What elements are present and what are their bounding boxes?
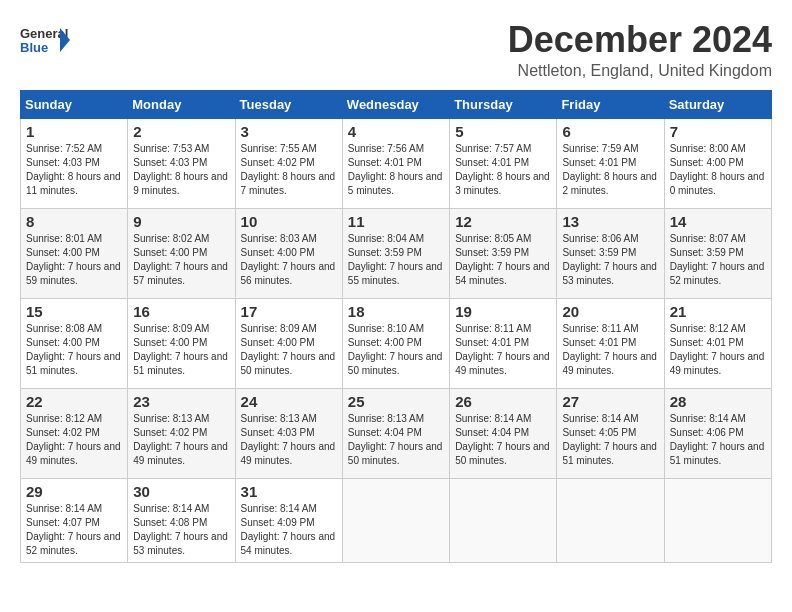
title-block: December 2024 Nettleton, England, United… <box>508 20 772 80</box>
calendar-cell: 16Sunrise: 8:09 AM Sunset: 4:00 PM Dayli… <box>128 298 235 388</box>
calendar-subtitle: Nettleton, England, United Kingdom <box>508 62 772 80</box>
calendar-cell: 30Sunrise: 8:14 AM Sunset: 4:08 PM Dayli… <box>128 478 235 562</box>
calendar-cell: 10Sunrise: 8:03 AM Sunset: 4:00 PM Dayli… <box>235 208 342 298</box>
day-number: 8 <box>26 213 122 230</box>
calendar-cell <box>450 478 557 562</box>
day-info: Sunrise: 8:13 AM Sunset: 4:02 PM Dayligh… <box>133 412 229 468</box>
weekday-header-sunday: Sunday <box>21 90 128 118</box>
calendar-cell: 3Sunrise: 7:55 AM Sunset: 4:02 PM Daylig… <box>235 118 342 208</box>
week-row-3: 15Sunrise: 8:08 AM Sunset: 4:00 PM Dayli… <box>21 298 772 388</box>
day-number: 9 <box>133 213 229 230</box>
weekday-header-thursday: Thursday <box>450 90 557 118</box>
calendar-cell: 26Sunrise: 8:14 AM Sunset: 4:04 PM Dayli… <box>450 388 557 478</box>
day-number: 7 <box>670 123 766 140</box>
calendar-cell: 29Sunrise: 8:14 AM Sunset: 4:07 PM Dayli… <box>21 478 128 562</box>
day-info: Sunrise: 8:14 AM Sunset: 4:09 PM Dayligh… <box>241 502 337 558</box>
calendar-cell: 4Sunrise: 7:56 AM Sunset: 4:01 PM Daylig… <box>342 118 449 208</box>
svg-text:Blue: Blue <box>20 40 48 55</box>
day-info: Sunrise: 8:14 AM Sunset: 4:08 PM Dayligh… <box>133 502 229 558</box>
day-number: 23 <box>133 393 229 410</box>
calendar-table: SundayMondayTuesdayWednesdayThursdayFrid… <box>20 90 772 563</box>
day-info: Sunrise: 8:14 AM Sunset: 4:07 PM Dayligh… <box>26 502 122 558</box>
weekday-header-tuesday: Tuesday <box>235 90 342 118</box>
day-info: Sunrise: 8:14 AM Sunset: 4:06 PM Dayligh… <box>670 412 766 468</box>
calendar-cell: 27Sunrise: 8:14 AM Sunset: 4:05 PM Dayli… <box>557 388 664 478</box>
day-info: Sunrise: 8:14 AM Sunset: 4:05 PM Dayligh… <box>562 412 658 468</box>
day-number: 3 <box>241 123 337 140</box>
calendar-cell: 2Sunrise: 7:53 AM Sunset: 4:03 PM Daylig… <box>128 118 235 208</box>
day-info: Sunrise: 8:01 AM Sunset: 4:00 PM Dayligh… <box>26 232 122 288</box>
day-info: Sunrise: 8:03 AM Sunset: 4:00 PM Dayligh… <box>241 232 337 288</box>
calendar-cell: 25Sunrise: 8:13 AM Sunset: 4:04 PM Dayli… <box>342 388 449 478</box>
calendar-cell: 5Sunrise: 7:57 AM Sunset: 4:01 PM Daylig… <box>450 118 557 208</box>
page-header: GeneralBlue December 2024 Nettleton, Eng… <box>20 20 772 80</box>
calendar-cell: 8Sunrise: 8:01 AM Sunset: 4:00 PM Daylig… <box>21 208 128 298</box>
day-number: 1 <box>26 123 122 140</box>
day-info: Sunrise: 8:10 AM Sunset: 4:00 PM Dayligh… <box>348 322 444 378</box>
day-number: 17 <box>241 303 337 320</box>
week-row-1: 1Sunrise: 7:52 AM Sunset: 4:03 PM Daylig… <box>21 118 772 208</box>
day-info: Sunrise: 8:09 AM Sunset: 4:00 PM Dayligh… <box>241 322 337 378</box>
day-number: 24 <box>241 393 337 410</box>
day-number: 18 <box>348 303 444 320</box>
day-info: Sunrise: 8:07 AM Sunset: 3:59 PM Dayligh… <box>670 232 766 288</box>
day-info: Sunrise: 7:55 AM Sunset: 4:02 PM Dayligh… <box>241 142 337 198</box>
calendar-cell: 13Sunrise: 8:06 AM Sunset: 3:59 PM Dayli… <box>557 208 664 298</box>
day-info: Sunrise: 8:02 AM Sunset: 4:00 PM Dayligh… <box>133 232 229 288</box>
logo: GeneralBlue <box>20 20 70 60</box>
calendar-cell: 23Sunrise: 8:13 AM Sunset: 4:02 PM Dayli… <box>128 388 235 478</box>
day-number: 14 <box>670 213 766 230</box>
calendar-cell: 7Sunrise: 8:00 AM Sunset: 4:00 PM Daylig… <box>664 118 771 208</box>
calendar-cell <box>342 478 449 562</box>
day-number: 16 <box>133 303 229 320</box>
calendar-cell: 9Sunrise: 8:02 AM Sunset: 4:00 PM Daylig… <box>128 208 235 298</box>
day-info: Sunrise: 7:56 AM Sunset: 4:01 PM Dayligh… <box>348 142 444 198</box>
day-number: 4 <box>348 123 444 140</box>
calendar-cell: 20Sunrise: 8:11 AM Sunset: 4:01 PM Dayli… <box>557 298 664 388</box>
calendar-cell: 15Sunrise: 8:08 AM Sunset: 4:00 PM Dayli… <box>21 298 128 388</box>
day-info: Sunrise: 8:12 AM Sunset: 4:02 PM Dayligh… <box>26 412 122 468</box>
day-info: Sunrise: 7:59 AM Sunset: 4:01 PM Dayligh… <box>562 142 658 198</box>
calendar-cell: 22Sunrise: 8:12 AM Sunset: 4:02 PM Dayli… <box>21 388 128 478</box>
logo-svg: GeneralBlue <box>20 20 70 60</box>
day-info: Sunrise: 8:04 AM Sunset: 3:59 PM Dayligh… <box>348 232 444 288</box>
day-number: 13 <box>562 213 658 230</box>
calendar-cell: 18Sunrise: 8:10 AM Sunset: 4:00 PM Dayli… <box>342 298 449 388</box>
calendar-cell: 31Sunrise: 8:14 AM Sunset: 4:09 PM Dayli… <box>235 478 342 562</box>
day-info: Sunrise: 8:05 AM Sunset: 3:59 PM Dayligh… <box>455 232 551 288</box>
calendar-cell: 11Sunrise: 8:04 AM Sunset: 3:59 PM Dayli… <box>342 208 449 298</box>
day-info: Sunrise: 8:13 AM Sunset: 4:04 PM Dayligh… <box>348 412 444 468</box>
day-number: 30 <box>133 483 229 500</box>
calendar-cell: 14Sunrise: 8:07 AM Sunset: 3:59 PM Dayli… <box>664 208 771 298</box>
day-number: 26 <box>455 393 551 410</box>
day-number: 21 <box>670 303 766 320</box>
day-number: 5 <box>455 123 551 140</box>
weekday-header-friday: Friday <box>557 90 664 118</box>
day-info: Sunrise: 8:11 AM Sunset: 4:01 PM Dayligh… <box>562 322 658 378</box>
weekday-header-monday: Monday <box>128 90 235 118</box>
day-info: Sunrise: 7:52 AM Sunset: 4:03 PM Dayligh… <box>26 142 122 198</box>
day-number: 6 <box>562 123 658 140</box>
day-number: 31 <box>241 483 337 500</box>
weekday-header-wednesday: Wednesday <box>342 90 449 118</box>
calendar-cell: 1Sunrise: 7:52 AM Sunset: 4:03 PM Daylig… <box>21 118 128 208</box>
calendar-cell: 28Sunrise: 8:14 AM Sunset: 4:06 PM Dayli… <box>664 388 771 478</box>
week-row-4: 22Sunrise: 8:12 AM Sunset: 4:02 PM Dayli… <box>21 388 772 478</box>
calendar-cell: 24Sunrise: 8:13 AM Sunset: 4:03 PM Dayli… <box>235 388 342 478</box>
day-info: Sunrise: 8:00 AM Sunset: 4:00 PM Dayligh… <box>670 142 766 198</box>
calendar-title: December 2024 <box>508 20 772 60</box>
calendar-cell: 17Sunrise: 8:09 AM Sunset: 4:00 PM Dayli… <box>235 298 342 388</box>
day-info: Sunrise: 7:57 AM Sunset: 4:01 PM Dayligh… <box>455 142 551 198</box>
day-number: 27 <box>562 393 658 410</box>
week-row-5: 29Sunrise: 8:14 AM Sunset: 4:07 PM Dayli… <box>21 478 772 562</box>
day-number: 10 <box>241 213 337 230</box>
day-info: Sunrise: 7:53 AM Sunset: 4:03 PM Dayligh… <box>133 142 229 198</box>
calendar-cell: 12Sunrise: 8:05 AM Sunset: 3:59 PM Dayli… <box>450 208 557 298</box>
weekday-header-row: SundayMondayTuesdayWednesdayThursdayFrid… <box>21 90 772 118</box>
calendar-cell <box>557 478 664 562</box>
day-number: 20 <box>562 303 658 320</box>
day-number: 11 <box>348 213 444 230</box>
day-number: 2 <box>133 123 229 140</box>
day-number: 22 <box>26 393 122 410</box>
calendar-cell <box>664 478 771 562</box>
